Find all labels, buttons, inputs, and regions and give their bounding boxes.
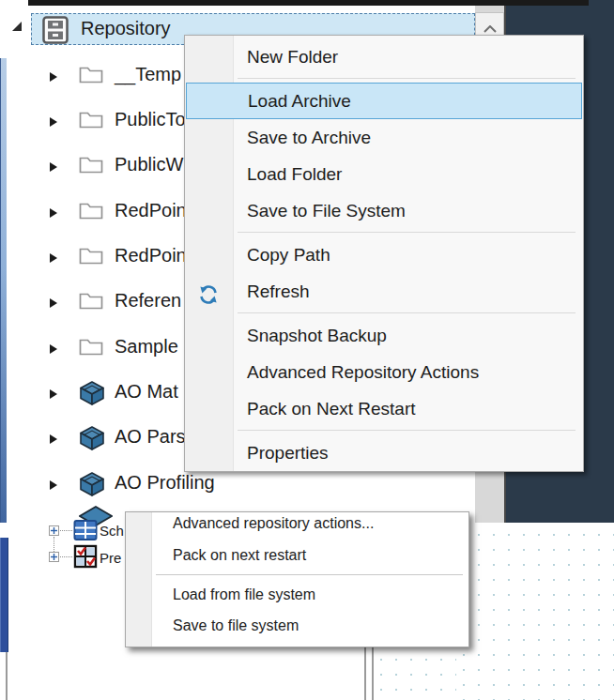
folder-icon bbox=[79, 199, 103, 225]
tree-item-label: PublicTo bbox=[115, 109, 186, 130]
tree-item-label: Referen bbox=[115, 290, 181, 312]
folder-icon bbox=[79, 335, 103, 361]
menu-item-save-to-file-system[interactable]: Save to File System bbox=[185, 192, 583, 229]
chevron-up-icon bbox=[484, 20, 497, 37]
classic-tree-item-label[interactable]: Sch bbox=[100, 523, 124, 539]
tree-expander-expanded-icon[interactable] bbox=[11, 20, 23, 37]
tree-item-label: __Temp bbox=[115, 64, 181, 85]
tree-expander-collapsed-icon[interactable] bbox=[49, 387, 58, 403]
tree-expander-collapsed-icon[interactable] bbox=[49, 342, 58, 358]
menu-item-advanced-repository-actions[interactable]: Advanced Repository Actions bbox=[185, 354, 583, 390]
tree-expander-collapsed-icon[interactable] bbox=[49, 69, 58, 86]
secondary-context-menu: Advanced repository actions... Pack on n… bbox=[125, 511, 469, 647]
folder-icon bbox=[79, 108, 103, 134]
tree-item-label: PublicW bbox=[115, 154, 183, 175]
package-cube-icon bbox=[79, 380, 105, 408]
menu-item-pack-on-next-restart-2[interactable]: Pack on next restart bbox=[126, 540, 468, 571]
package-cube-icon bbox=[79, 471, 105, 499]
menu-separator bbox=[185, 229, 583, 236]
tree-item-label: AO Mat bbox=[115, 381, 178, 403]
classic-expander-plus-icon[interactable] bbox=[49, 552, 59, 562]
tree-item-label: RedPoin bbox=[115, 245, 187, 266]
tree-expander-collapsed-icon[interactable] bbox=[49, 432, 58, 449]
menu-item-refresh[interactable]: Refresh bbox=[185, 273, 583, 310]
menu-item-new-folder[interactable]: New Folder bbox=[185, 38, 583, 75]
bottom-panel-divider bbox=[364, 647, 374, 700]
classic-tree-item-label[interactable]: Pre bbox=[100, 550, 121, 566]
tree-expander-collapsed-icon[interactable] bbox=[49, 114, 58, 131]
tree-item-ao-profiling[interactable]: AO Profiling bbox=[8, 467, 504, 499]
menu-item-save-to-file-system-2[interactable]: Save to file system bbox=[126, 610, 468, 641]
repository-cabinet-icon bbox=[42, 16, 69, 48]
check-grid-icon bbox=[72, 543, 99, 573]
menu-separator bbox=[185, 427, 583, 434]
classic-expander-plus-icon[interactable] bbox=[49, 525, 59, 536]
folder-icon bbox=[79, 289, 103, 315]
menu-item-properties[interactable]: Properties bbox=[185, 434, 583, 471]
folder-icon bbox=[79, 63, 103, 89]
left-window-edge bbox=[0, 58, 7, 525]
package-cube-icon bbox=[79, 425, 105, 453]
canvas-dot-grid bbox=[374, 652, 456, 700]
menu-item-save-to-archive[interactable]: Save to Archive bbox=[185, 119, 583, 156]
menu-item-label: Refresh bbox=[247, 282, 310, 301]
folder-icon bbox=[79, 153, 103, 179]
canvas-dot-grid bbox=[456, 527, 614, 700]
menu-separator bbox=[185, 310, 583, 317]
tree-expander-collapsed-icon[interactable] bbox=[49, 251, 58, 267]
tree-connector-dots bbox=[60, 556, 72, 557]
tree-item-label: Sample bbox=[115, 336, 178, 358]
bottom-left-window-edge bbox=[0, 538, 8, 652]
menu-item-load-from-file-system[interactable]: Load from file system bbox=[126, 579, 468, 610]
menu-item-load-archive[interactable]: Load Archive bbox=[186, 83, 582, 119]
menu-separator bbox=[185, 75, 583, 83]
menu-item-snapshot-backup[interactable]: Snapshot Backup bbox=[185, 317, 583, 354]
tree-item-label: AO Profiling bbox=[115, 472, 215, 494]
menu-item-advanced-repository-actions-2[interactable]: Advanced repository actions... bbox=[126, 511, 468, 540]
menu-item-pack-on-next-restart[interactable]: Pack on Next Restart bbox=[185, 390, 583, 427]
menu-item-copy-path[interactable]: Copy Path bbox=[185, 236, 583, 273]
tree-root-label: Repository bbox=[81, 18, 171, 39]
table-icon bbox=[73, 519, 98, 545]
tree-connector-dots bbox=[60, 530, 72, 531]
tree-item-label: RedPoin bbox=[115, 200, 187, 221]
tree-expander-collapsed-icon[interactable] bbox=[49, 160, 58, 176]
top-window-edge bbox=[28, 0, 589, 6]
folder-icon bbox=[79, 244, 103, 270]
tree-expander-collapsed-icon[interactable] bbox=[49, 205, 58, 222]
tree-expander-collapsed-icon[interactable] bbox=[49, 478, 58, 495]
bottom-left-panel-border bbox=[6, 652, 8, 700]
screen: Repository __Temp PublicTo PublicW RedPo… bbox=[0, 0, 614, 700]
menu-item-load-folder[interactable]: Load Folder bbox=[185, 156, 583, 192]
repository-context-menu: New Folder Load Archive Save to Archive … bbox=[184, 35, 584, 472]
tree-item-label: AO Pars bbox=[115, 426, 186, 448]
tree-expander-collapsed-icon[interactable] bbox=[49, 296, 58, 312]
menu-separator bbox=[126, 571, 468, 579]
